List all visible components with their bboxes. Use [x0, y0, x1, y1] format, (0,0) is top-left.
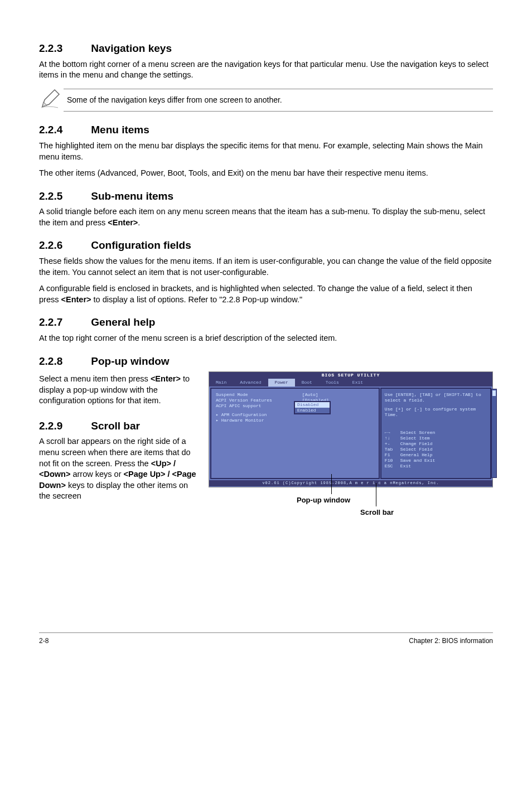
para-2-2-6-a: These fields show the values for the men…	[39, 256, 493, 278]
bios-key-d: Select Item	[400, 436, 430, 441]
bios-key-k: F10	[385, 458, 400, 463]
heading-2-2-4: 2.2.4 Menu items	[39, 123, 493, 137]
heading-title: Scroll bar	[91, 420, 140, 432]
bios-key: F1General Help	[385, 452, 487, 458]
bios-key-k: ↑↓	[385, 436, 400, 441]
bios-left-pane: Suspend Mode [Auto] ACPI Version Feature…	[210, 388, 380, 479]
page-number: 2-8	[39, 636, 49, 645]
heading-2-2-5: 2.2.5 Sub-menu items	[39, 189, 493, 204]
heading-title: Configuration fields	[91, 239, 191, 251]
heading-num: 2.2.4	[39, 123, 88, 137]
bios-key-k: +-	[385, 441, 400, 447]
bios-key: ←→Select Screen	[385, 430, 487, 436]
bios-key: +-Change Field	[385, 441, 487, 447]
bios-tab-main: Main	[209, 379, 233, 386]
key-enter: <Enter>	[151, 374, 181, 383]
bios-scrollbar	[491, 389, 497, 478]
para-2-2-6-b: A configurable field is enclosed in brac…	[39, 283, 493, 305]
heading-title: General help	[91, 316, 155, 328]
callout-scroll-label: Scroll bar	[360, 508, 394, 518]
para-2-2-8: Select a menu item then press <Enter> to…	[39, 374, 201, 407]
heading-title: Pop-up window	[91, 355, 169, 367]
bios-item: Suspend Mode [Auto]	[216, 392, 374, 398]
para-2-2-7: At the top right corner of the menu scre…	[39, 333, 493, 344]
bios-figure: BIOS SETUP UTILITY Main Advanced Power B…	[209, 371, 493, 521]
bios-key-d: Select Field	[400, 447, 433, 452]
heading-num: 2.2.7	[39, 315, 88, 330]
bios-tab-advanced: Advanced	[233, 379, 268, 386]
page-footer: 2-8 Chapter 2: BIOS information	[39, 632, 493, 645]
bios-key: TabSelect Field	[385, 447, 487, 452]
heading-num: 2.2.6	[39, 238, 88, 253]
text: A solid triangle before each item on any…	[39, 207, 485, 227]
heading-2-2-7: 2.2.7 General help	[39, 315, 493, 330]
bios-key: F10Save and Exit	[385, 458, 487, 463]
text: Select a menu item then press	[39, 374, 151, 383]
heading-num: 2.2.9	[39, 419, 88, 433]
heading-2-2-9: 2.2.9 Scroll bar	[39, 419, 201, 433]
bios-key-k: ←→	[385, 430, 400, 436]
heading-num: 2.2.3	[39, 41, 88, 56]
bios-tabs: Main Advanced Power Boot Tools Exit	[209, 379, 492, 386]
bios-tab-power: Power	[268, 379, 295, 386]
para-2-2-4-a: The highlighted item on the menu bar dis…	[39, 141, 493, 162]
pencil-note-icon	[39, 88, 64, 113]
text: .	[138, 218, 140, 227]
figure-callouts: Pop-up window Scroll bar	[209, 491, 493, 521]
heading-num: 2.2.5	[39, 189, 88, 204]
bios-key-d: Select Screen	[400, 430, 435, 436]
bios-popup: Disabled Enabled	[294, 401, 331, 414]
bios-popup-option-selected: Disabled	[295, 402, 330, 408]
bios-help-text: Use [+] or [-] to configure system Time.	[385, 407, 487, 418]
bios-window: BIOS SETUP UTILITY Main Advanced Power B…	[209, 371, 493, 487]
bios-item-label: ACPI Version Features	[216, 398, 302, 403]
bios-help-pane: Use [ENTER], [TAB] or [SHIFT-TAB] to sel…	[380, 388, 491, 479]
bios-popup-option: Enabled	[295, 408, 330, 413]
note-block: Some of the navigation keys differ from …	[39, 88, 493, 113]
callout-line	[331, 474, 332, 494]
bios-item-value: [Auto]	[302, 392, 374, 398]
bios-key-d: General Help	[400, 452, 433, 458]
para-2-2-9: A scroll bar appears on the right side o…	[39, 436, 201, 501]
callout-popup-label: Pop-up window	[297, 495, 350, 505]
bios-key-d: Change Field	[400, 441, 433, 447]
bios-help-text: Use [ENTER], [TAB] or [SHIFT-TAB] to sel…	[385, 392, 487, 403]
bios-key-k: Tab	[385, 447, 400, 452]
para-2-2-5: A solid triangle before each item on any…	[39, 206, 493, 228]
text: to display a list of options. Refer to "…	[91, 295, 303, 304]
bios-tab-boot: Boot	[295, 379, 319, 386]
heading-num: 2.2.8	[39, 354, 88, 369]
bios-tab-exit: Exit	[346, 379, 370, 386]
heading-title: Menu items	[91, 124, 149, 136]
bios-key-k: F1	[385, 452, 400, 458]
bios-tab-tools: Tools	[319, 379, 346, 386]
para-2-2-4-b: The other items (Advanced, Power, Boot, …	[39, 168, 493, 179]
bios-item-label: Suspend Mode	[216, 392, 302, 398]
bios-scrollbar-thumb	[492, 390, 496, 396]
heading-title: Sub-menu items	[91, 190, 173, 202]
bios-key-k: ESC	[385, 463, 400, 469]
bios-key-d: Save and Exit	[400, 458, 435, 463]
bios-title: BIOS SETUP UTILITY	[209, 372, 492, 379]
chapter-name: Chapter 2: BIOS information	[409, 636, 493, 645]
bios-copyright: v02.61 (C)Copyright 1985-2008,A m e r i …	[209, 480, 492, 486]
heading-2-2-3: 2.2.3 Navigation keys	[39, 41, 493, 56]
bios-item-label: ACPI APIC support	[216, 403, 302, 409]
note-text: Some of the navigation keys differ from …	[64, 89, 493, 112]
heading-2-2-6: 2.2.6 Configuration fields	[39, 238, 493, 253]
key-enter: <Enter>	[108, 218, 138, 227]
bios-submenu: Hardware Monitor	[216, 418, 374, 423]
bios-key-d: Exit	[400, 463, 411, 469]
callout-line	[376, 483, 376, 506]
text: arrow keys or	[70, 470, 123, 479]
key-enter: <Enter>	[61, 295, 91, 304]
para-2-2-3: At the bottom right corner of a menu scr…	[39, 59, 493, 81]
bios-key: ESCExit	[385, 463, 487, 469]
bios-key: ↑↓Select Item	[385, 436, 487, 441]
heading-2-2-8: 2.2.8 Pop-up window	[39, 354, 493, 369]
heading-title: Navigation keys	[91, 42, 172, 54]
